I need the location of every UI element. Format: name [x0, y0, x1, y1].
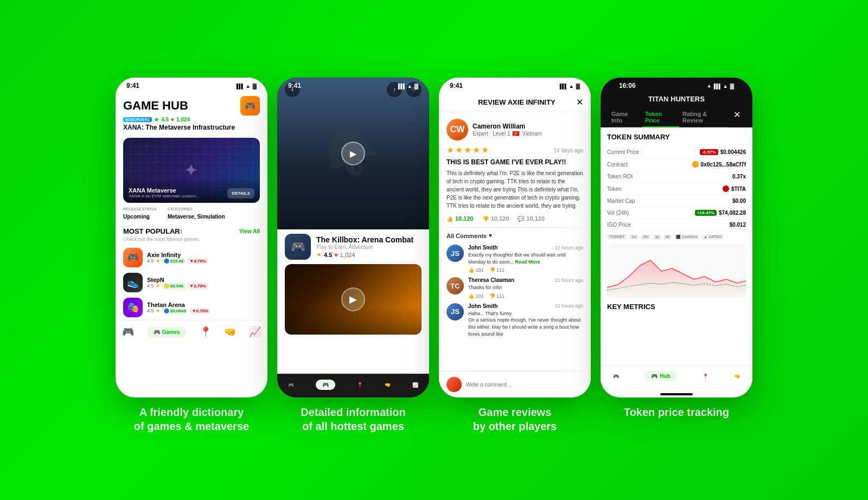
game-list-item-thetan[interactable]: 🎭 Thetan Arena 4.5 ★ 🔵 $0.0849 ▼0.79%: [116, 295, 267, 320]
nav-games[interactable]: 🎮 Games: [147, 327, 187, 337]
signal-icon3: [560, 82, 567, 89]
comment-3-text: Haha... That's funny.On a serious nopte …: [468, 310, 583, 337]
chart-tag-all[interactable]: All: [663, 234, 672, 240]
wifi-icon4: [723, 82, 728, 89]
dislike-reaction[interactable]: 👎 10,120: [482, 215, 509, 222]
token-row-igo: IGO Price $0.012: [607, 219, 746, 231]
games-label: Games: [162, 329, 180, 335]
games-icon: 🎮: [154, 329, 160, 335]
nav-explore[interactable]: 📍: [200, 326, 212, 338]
phone2-wrapper: 9:41 🪖 ‹ ↑ ♡ ▶: [277, 78, 429, 433]
phone4-content: TOKEN SUMMARY Current Price -0.57% $0.00…: [601, 127, 752, 365]
nav-wallet[interactable]: 🎮: [122, 326, 134, 338]
write-avatar: [446, 377, 462, 392]
axie-change: ▼4.79%: [187, 258, 208, 264]
token-summary-title: TOKEN SUMMARY: [607, 133, 746, 141]
nav2-games[interactable]: 🎮: [316, 380, 335, 390]
stepn-name: StepN: [147, 277, 260, 283]
token-row-price: Current Price -0.57% $0.004426: [607, 146, 746, 158]
chart-tag-gated[interactable]: ▲ GATED: [701, 234, 723, 240]
nav-fight[interactable]: 🤜: [224, 326, 236, 338]
comment-input[interactable]: [466, 382, 583, 388]
nav4-explore[interactable]: 📍: [703, 374, 709, 379]
battery-icon4: [730, 82, 734, 89]
game2-star: ★: [316, 251, 322, 258]
nav2-fight[interactable]: 🤜: [385, 382, 391, 388]
comment-reaction[interactable]: 💬 10,120: [518, 215, 545, 222]
phone4-close-button[interactable]: ✕: [729, 110, 745, 124]
thumbs-up-icon: 👍: [446, 216, 453, 222]
read-more-link[interactable]: Read More: [515, 259, 540, 265]
phone4-header: 16:06 ▲ TITAN HUNTERS Game Info: [601, 78, 752, 127]
details-button[interactable]: DETAILS: [227, 188, 254, 198]
nav2-chart[interactable]: 📈: [412, 382, 418, 388]
phone4-bottom-nav: 🎮 🎮 Hub 📍 🤜: [601, 365, 752, 389]
chart-tag-1y[interactable]: 1y: [653, 234, 661, 240]
reviewer-name: Cameron William: [473, 123, 583, 130]
nav2-wallet[interactable]: 🎮: [288, 382, 294, 388]
stepn-info: StepN 4.5 ★ 🟡 $0.946 ▼2.79%: [147, 277, 260, 289]
comment-3: JS John Smith · 12 hours ago Haha... Tha…: [446, 303, 583, 339]
play-button2[interactable]: ▶: [341, 287, 365, 311]
tab-rating-review[interactable]: Rating & Review: [679, 106, 729, 127]
comment-1-text: Exactly my thoughts! But we should wait …: [468, 252, 583, 265]
comment-1-name: John Smith: [468, 245, 497, 251]
tab-game-info[interactable]: Game Info: [608, 106, 642, 127]
stepn-change: ▼2.79%: [187, 283, 208, 289]
star1: ★: [446, 145, 454, 155]
chart-tag-3m[interactable]: 3m: [641, 234, 650, 240]
thetan-rating-row: 4.5 ★ 🔵 $0.0849 ▼0.79%: [147, 308, 260, 314]
close-button[interactable]: ✕: [576, 97, 583, 107]
axie-info: Axie Infinity 4.5 ★ 🔵 $15.48 ▼4.79%: [147, 252, 260, 264]
flag-icon: 🇻🇳: [512, 130, 520, 137]
phone3-status-icons: [560, 82, 580, 89]
stepn-price: 🟡 $0.946: [162, 283, 186, 289]
phone1: 9:41 GAME HUB 🎮 NOBORDERZ ★ 4.5 ♥: [116, 78, 267, 398]
stepn-rating: 4.5: [147, 283, 154, 289]
game2-thumbnail[interactable]: ▶: [285, 264, 422, 335]
all-comments-row[interactable]: All Comments ▾: [446, 227, 583, 239]
play-button-hero[interactable]: ▶: [341, 142, 365, 165]
comment-2-content: Theresa Clawman · 21 hours ago Thanks fo…: [468, 277, 583, 299]
write-comment-area: [439, 371, 591, 398]
chart-tag-1m[interactable]: 1m: [629, 234, 639, 240]
comment-2-text: Thanks for info!: [468, 284, 583, 291]
phone4-time: 16:06: [619, 82, 636, 89]
star4: ★: [473, 145, 480, 155]
game-list-item-axie[interactable]: 🎮 Axie Infinity 4.5 ★ 🔵 $15.48 ▼4.79%: [116, 245, 267, 270]
featured-card[interactable]: ✦ XANA Metaverse XANA is an EVM sidechai…: [123, 138, 260, 203]
token-label: Token: [607, 186, 622, 192]
phone4-wrapper: 16:06 ▲ TITAN HUNTERS Game Info: [601, 78, 752, 419]
phones-row: 9:41 GAME HUB 🎮 NOBORDERZ ★ 4.5 ♥: [116, 78, 752, 433]
wallet-icon: 🎮: [122, 326, 134, 338]
nav4-hub[interactable]: 🎮 Hub: [644, 371, 676, 381]
game-list-item-stepn[interactable]: 👟 StepN 4.5 ★ 🟡 $0.946 ▼2.79%: [116, 270, 267, 295]
game-hub-header: GAME HUB 🎮 NOBORDERZ ★ 4.5 ♥ 1,024 XANA:…: [116, 92, 267, 138]
nav2-explore[interactable]: 📍: [357, 382, 363, 388]
nav4-wallet[interactable]: 🎮: [613, 374, 619, 379]
price-label: Current Price: [607, 149, 639, 155]
nav-chart[interactable]: 📈: [249, 326, 261, 338]
phone1-time: 9:41: [126, 82, 139, 89]
rating-row: NOBORDERZ ★ 4.5 ♥ 1,024: [123, 117, 260, 123]
chart-tag-combine[interactable]: ⬛ Combine: [674, 234, 699, 240]
wallet-icon2: 🎮: [288, 382, 294, 388]
comment-2-reactions: 👍 101 👎 111: [468, 293, 583, 299]
comment-1: JS John Smith · 12 hours ago Exactly my …: [446, 245, 583, 273]
comment-thread: JS John Smith · 12 hours ago Exactly my …: [446, 245, 583, 339]
view-all-link[interactable]: View All: [239, 228, 260, 234]
like-reaction[interactable]: 👍 10,120: [446, 215, 474, 222]
tab-token-price[interactable]: Token Price: [642, 106, 679, 127]
title-row: GAME HUB 🎮: [123, 96, 260, 116]
hub-rating: 4.5: [161, 117, 169, 123]
vol-change-badge: +19.47%: [695, 210, 717, 216]
nav4-fight[interactable]: 🤜: [734, 374, 740, 379]
phone1-status-bar: 9:41: [116, 78, 267, 92]
axie-name: Axie Infinity: [147, 252, 260, 258]
mcap-label: Market Cap: [607, 198, 635, 204]
comment-2-name: Theresa Clawman: [468, 277, 514, 283]
igo-value: $0.012: [729, 222, 746, 228]
phone1-bottom-nav: 🎮 🎮 Games 📍 🤜 📈: [116, 320, 267, 345]
games-icon2: 🎮: [322, 382, 329, 388]
price-chart: [607, 244, 746, 298]
